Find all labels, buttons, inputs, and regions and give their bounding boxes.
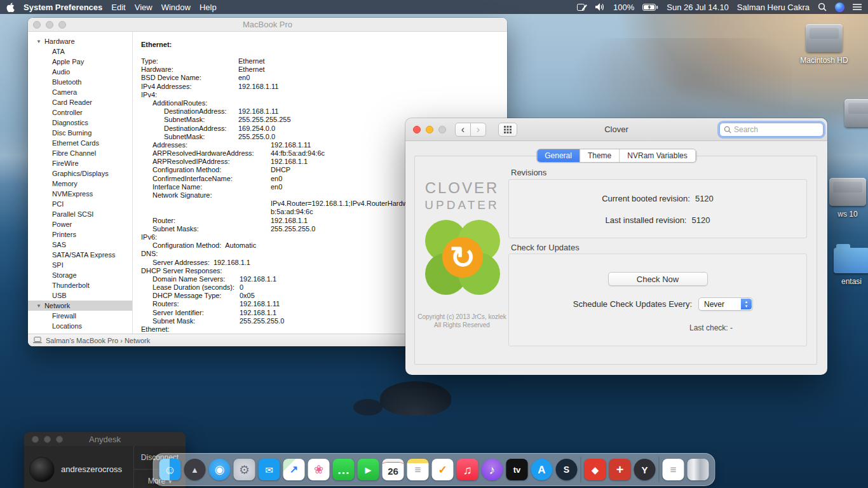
close-button[interactable] — [413, 126, 421, 133]
sidebar-item[interactable]: Memory — [28, 179, 132, 189]
dock-icon-separator-2[interactable] — [659, 457, 660, 482]
sidebar-item[interactable]: Graphics/Displays — [28, 168, 132, 179]
sidebar-item[interactable]: SPI — [28, 260, 132, 270]
copyright-text: Copyright (c) 2013 JrCs, kozlek All Righ… — [410, 313, 513, 329]
sidebar-item[interactable]: Firewall — [28, 311, 132, 321]
menu-clock[interactable]: Sun 26 Jul 14.10 — [667, 3, 729, 12]
dock-icon-notes[interactable]: ≡ — [407, 459, 429, 480]
sidebar-item[interactable]: Thunderbolt — [28, 280, 132, 290]
sidebar-item[interactable]: Audio — [28, 67, 132, 77]
apple-menu[interactable] — [6, 3, 15, 12]
back-button[interactable]: ‹ — [455, 123, 471, 137]
desktop-icon-windows-10[interactable]: ws 10 — [821, 178, 868, 219]
dock-icon-finder[interactable]: ☺ — [159, 459, 181, 480]
spotlight-icon[interactable] — [818, 3, 827, 11]
dock-icon-tv[interactable]: tv — [506, 459, 528, 480]
dock-icon-reminders[interactable]: ✓ — [432, 459, 454, 480]
dock-icon-messages[interactable]: … — [333, 459, 355, 480]
dock-icon-calendar[interactable]: 26 — [383, 459, 404, 480]
sidebar-item[interactable]: Fibre Channel — [28, 148, 132, 158]
desktop-icon-dokumentasi[interactable]: entasi — [825, 243, 868, 286]
desktop-icon-macintosh-hd[interactable]: Macintosh HD — [797, 24, 851, 65]
app-menu-title[interactable]: System Preferences — [24, 3, 102, 12]
sidebar-item[interactable]: Disc Burning — [28, 128, 132, 138]
zoom-button[interactable] — [438, 126, 446, 133]
traffic-lights — [413, 126, 446, 133]
sidebar-item[interactable]: USB — [28, 290, 132, 301]
battery-icon[interactable] — [642, 4, 658, 11]
menu-item[interactable]: Window — [161, 3, 191, 12]
dock-icon-trash[interactable] — [688, 459, 709, 480]
dock-icon-system-preferences[interactable]: ⚙ — [234, 459, 255, 480]
dock-icon-mixer[interactable]: Y — [634, 459, 656, 480]
search-input[interactable] — [734, 125, 819, 134]
sidebar-item[interactable]: Locations — [28, 321, 132, 331]
sidebar-item[interactable]: PCI — [28, 199, 132, 209]
sysinfo-row: Hardware:Ethernet — [141, 65, 507, 74]
minimize-button[interactable] — [46, 21, 53, 29]
sidebar-item[interactable]: Printers — [28, 229, 132, 240]
dock-icon-podcasts[interactable]: ♪ — [482, 459, 503, 480]
battery-percent: 100% — [613, 3, 634, 12]
fast-user-switch-menu[interactable]: Salman Heru Cakra — [737, 3, 810, 12]
sidebar-item[interactable]: NVMExpress — [28, 189, 132, 199]
sidebar-item[interactable]: Storage — [28, 270, 132, 280]
sidebar-item[interactable]: SATA/SATA Express — [28, 250, 132, 260]
dock-icon-app-red-1[interactable]: ◆ — [585, 459, 606, 480]
dock-icon-textedit[interactable]: ≡ — [663, 459, 684, 480]
sidebar-item[interactable]: FireWire — [28, 158, 132, 168]
sidebar-item[interactable]: Card Reader — [28, 97, 132, 107]
sidebar-item[interactable]: ATA — [28, 46, 132, 57]
minimize-button[interactable] — [426, 126, 433, 133]
dock-icon-music[interactable]: ♫ — [457, 459, 478, 480]
sidebar-item[interactable]: Controller — [28, 107, 132, 118]
tab[interactable]: NVRam Variables — [620, 149, 695, 162]
dock-icon-steam[interactable]: S — [556, 459, 578, 480]
sidebar-item[interactable]: Hardware — [28, 36, 132, 46]
zoom-button[interactable] — [56, 436, 63, 443]
dock-icon-mail[interactable]: ✉ — [259, 459, 280, 480]
tab[interactable]: General — [537, 149, 580, 162]
menu-item[interactable]: Help — [200, 3, 217, 12]
window-titlebar[interactable]: MacBook Pro — [28, 18, 507, 32]
pen-tablet-icon[interactable] — [577, 3, 587, 11]
check-now-button[interactable]: Check Now — [608, 272, 708, 286]
dock-icon-safari[interactable]: ◉ — [209, 459, 231, 480]
desktop-icon-drive-partial[interactable] — [836, 99, 868, 131]
sidebar-item[interactable]: Bluetooth — [28, 77, 132, 87]
menu-item[interactable]: View — [135, 3, 153, 12]
search-field[interactable] — [719, 123, 824, 137]
close-button[interactable] — [32, 436, 39, 443]
sidebar-item[interactable]: Power — [28, 219, 132, 229]
dock-icon-photos[interactable]: ❀ — [308, 459, 330, 480]
dock-icon-separator-1[interactable] — [581, 457, 581, 482]
window-titlebar[interactable]: Anydesk — [24, 432, 186, 446]
sidebar-item[interactable]: Camera — [28, 87, 132, 97]
sidebar-item[interactable]: SAS — [28, 240, 132, 250]
dock-icon-facetime[interactable]: ▶ — [358, 459, 379, 480]
dock-icon-maps[interactable]: ↗ — [283, 459, 305, 480]
volume-icon[interactable] — [595, 3, 605, 11]
forward-button[interactable]: › — [470, 123, 486, 137]
menu-item[interactable]: Edit — [111, 3, 125, 12]
tab[interactable]: Theme — [580, 149, 620, 162]
sidebar-item[interactable]: Parallel SCSI — [28, 209, 132, 219]
folder-icon — [834, 248, 868, 273]
dock-icon-app-red-2[interactable]: + — [609, 459, 631, 480]
sidebar-item[interactable]: Diagnostics — [28, 118, 132, 128]
close-button[interactable] — [33, 21, 41, 29]
minimize-button[interactable] — [44, 436, 51, 443]
schedule-popup[interactable]: Never ▲▼ — [698, 297, 753, 311]
show-all-button[interactable] — [498, 123, 517, 137]
siri-icon[interactable] — [835, 3, 844, 12]
sidebar-item[interactable]: Apple Pay — [28, 57, 132, 67]
wordmark-line1: CLOVER — [417, 179, 507, 197]
zoom-button[interactable] — [58, 21, 66, 29]
dock-icon-launchpad[interactable]: ▲ — [184, 459, 206, 480]
svg-text:↻: ↻ — [450, 241, 475, 274]
notification-center-icon[interactable] — [853, 3, 862, 11]
revisions-group-box: Current booted revision:5120 Last instal… — [508, 179, 807, 238]
dock-icon-app-store[interactable]: A — [531, 459, 553, 480]
sidebar-item[interactable]: Network — [28, 301, 132, 311]
sidebar-item[interactable]: Ethernet Cards — [28, 138, 132, 148]
